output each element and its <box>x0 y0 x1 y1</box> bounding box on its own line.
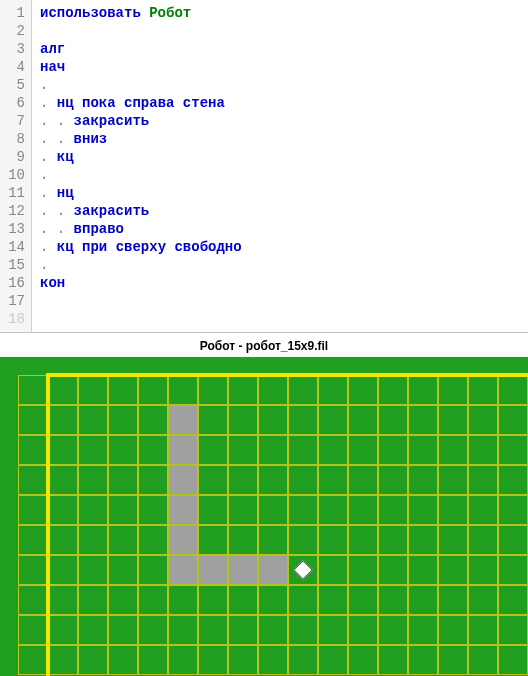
grid-cell[interactable] <box>378 525 408 555</box>
grid-cell[interactable] <box>258 615 288 645</box>
grid-cell[interactable] <box>48 465 78 495</box>
grid-cell[interactable] <box>408 375 438 405</box>
grid-cell[interactable] <box>378 495 408 525</box>
grid-cell[interactable] <box>438 405 468 435</box>
grid-cell[interactable] <box>198 375 228 405</box>
code-line[interactable]: . <box>40 76 520 94</box>
grid-cell[interactable] <box>108 405 138 435</box>
grid-cell[interactable] <box>18 435 48 465</box>
grid-cell[interactable] <box>468 645 498 675</box>
grid-cell[interactable] <box>318 375 348 405</box>
grid-cell[interactable] <box>408 555 438 585</box>
grid-cell[interactable] <box>138 525 168 555</box>
grid-cell[interactable] <box>378 465 408 495</box>
grid-cell[interactable] <box>228 645 258 675</box>
painted-cell[interactable] <box>168 525 198 555</box>
grid-cell[interactable] <box>318 495 348 525</box>
code-line[interactable]: . . закрасить <box>40 202 520 220</box>
grid-cell[interactable] <box>378 405 408 435</box>
grid-cell[interactable] <box>288 465 318 495</box>
grid-cell[interactable] <box>438 645 468 675</box>
grid-cell[interactable] <box>318 555 348 585</box>
grid-cell[interactable] <box>468 375 498 405</box>
code-line[interactable]: . нц <box>40 184 520 202</box>
grid-cell[interactable] <box>228 495 258 525</box>
grid-cell[interactable] <box>288 525 318 555</box>
grid-cell[interactable] <box>78 435 108 465</box>
grid-cell[interactable] <box>408 495 438 525</box>
grid-cell[interactable] <box>438 615 468 645</box>
grid-cell[interactable] <box>228 375 258 405</box>
grid-cell[interactable] <box>498 465 528 495</box>
code-line[interactable]: использовать Робот <box>40 4 520 22</box>
code-line[interactable]: . кц при сверху свободно <box>40 238 520 256</box>
grid-cell[interactable] <box>198 645 228 675</box>
grid-cell[interactable] <box>498 435 528 465</box>
grid-cell[interactable] <box>288 405 318 435</box>
grid-cell[interactable] <box>438 525 468 555</box>
grid-cell[interactable] <box>78 555 108 585</box>
grid-cell[interactable] <box>258 435 288 465</box>
grid-cell[interactable] <box>348 525 378 555</box>
grid-cell[interactable] <box>408 585 438 615</box>
grid-cell[interactable] <box>498 645 528 675</box>
grid-cell[interactable] <box>18 495 48 525</box>
grid-cell[interactable] <box>138 435 168 465</box>
grid-cell[interactable] <box>198 615 228 645</box>
grid-cell[interactable] <box>18 555 48 585</box>
grid-cell[interactable] <box>408 465 438 495</box>
grid-cell[interactable] <box>348 645 378 675</box>
grid-cell[interactable] <box>258 375 288 405</box>
code-line[interactable]: . кц <box>40 148 520 166</box>
painted-cell[interactable] <box>168 495 198 525</box>
grid-cell[interactable] <box>78 585 108 615</box>
grid-cell[interactable] <box>258 645 288 675</box>
grid-cell[interactable] <box>318 435 348 465</box>
painted-cell[interactable] <box>168 555 198 585</box>
grid-cell[interactable] <box>48 645 78 675</box>
grid-cell[interactable] <box>408 645 438 675</box>
grid-cell[interactable] <box>48 435 78 465</box>
code-area[interactable]: использовать Роботалгнач.. нц пока справ… <box>32 0 528 332</box>
grid-cell[interactable] <box>468 615 498 645</box>
grid-cell[interactable] <box>288 435 318 465</box>
grid-cell[interactable] <box>78 645 108 675</box>
grid-cell[interactable] <box>348 435 378 465</box>
grid-cell[interactable] <box>108 555 138 585</box>
grid-cell[interactable] <box>78 375 108 405</box>
grid-cell[interactable] <box>108 585 138 615</box>
grid-cell[interactable] <box>228 405 258 435</box>
grid-cell[interactable] <box>78 465 108 495</box>
code-line[interactable] <box>40 310 520 328</box>
grid-cell[interactable] <box>438 495 468 525</box>
grid-cell[interactable] <box>438 375 468 405</box>
grid-cell[interactable] <box>468 585 498 615</box>
grid-cell[interactable] <box>198 435 228 465</box>
robot-field[interactable] <box>18 375 528 676</box>
grid-cell[interactable] <box>348 555 378 585</box>
grid-cell[interactable] <box>258 585 288 615</box>
code-line[interactable]: . нц пока справа стена <box>40 94 520 112</box>
grid-cell[interactable] <box>138 405 168 435</box>
grid-cell[interactable] <box>228 585 258 615</box>
grid-cell[interactable] <box>498 555 528 585</box>
grid-cell[interactable] <box>318 615 348 645</box>
grid-cell[interactable] <box>468 465 498 495</box>
grid-cell[interactable] <box>258 465 288 495</box>
grid-cell[interactable] <box>78 525 108 555</box>
grid-cell[interactable] <box>438 555 468 585</box>
grid-cell[interactable] <box>168 645 198 675</box>
code-line[interactable] <box>40 22 520 40</box>
grid-cell[interactable] <box>48 585 78 615</box>
grid-cell[interactable] <box>438 435 468 465</box>
grid-cell[interactable] <box>408 615 438 645</box>
code-line[interactable]: . <box>40 256 520 274</box>
grid-cell[interactable] <box>48 375 78 405</box>
grid-cell[interactable] <box>138 585 168 615</box>
grid-cell[interactable] <box>168 615 198 645</box>
grid-cell[interactable] <box>198 585 228 615</box>
grid-cell[interactable] <box>108 615 138 645</box>
painted-cell[interactable] <box>258 555 288 585</box>
painted-cell[interactable] <box>168 435 198 465</box>
grid-cell[interactable] <box>108 465 138 495</box>
